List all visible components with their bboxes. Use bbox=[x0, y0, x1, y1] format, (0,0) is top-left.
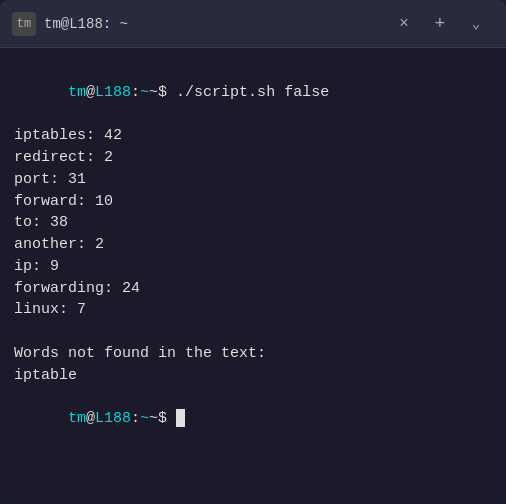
add-tab-button[interactable]: + bbox=[422, 6, 458, 42]
window-title: tm@L188: ~ bbox=[44, 16, 386, 32]
output-words-not-found: Words not found in the text: bbox=[14, 343, 492, 365]
blank-line bbox=[14, 321, 492, 343]
chevron-down-icon[interactable]: ⌄ bbox=[458, 6, 494, 42]
output-redirect: redirect: 2 bbox=[14, 147, 492, 169]
output-ip: ip: 9 bbox=[14, 256, 492, 278]
command-text: ./script.sh false bbox=[167, 84, 329, 101]
output-port: port: 31 bbox=[14, 169, 492, 191]
prompt-dir: ~ bbox=[140, 84, 149, 101]
final-prompt-dir: ~ bbox=[140, 410, 149, 427]
titlebar: tm tm@L188: ~ × + ⌄ bbox=[0, 0, 506, 48]
output-iptable: iptable bbox=[14, 365, 492, 387]
output-to: to: 38 bbox=[14, 212, 492, 234]
output-linux: linux: 7 bbox=[14, 299, 492, 321]
close-button[interactable]: × bbox=[386, 6, 422, 42]
output-forward: forward: 10 bbox=[14, 191, 492, 213]
prompt-host: L188 bbox=[95, 84, 131, 101]
final-prompt-host: L188 bbox=[95, 410, 131, 427]
terminal-body[interactable]: tm@L188:~~$ ./script.sh false iptables: … bbox=[0, 48, 506, 504]
final-prompt-user: tm bbox=[68, 410, 86, 427]
command-line: tm@L188:~~$ ./script.sh false bbox=[14, 60, 492, 125]
terminal-window: tm tm@L188: ~ × + ⌄ tm@L188:~~$ ./script… bbox=[0, 0, 506, 504]
output-forwarding: forwarding: 24 bbox=[14, 278, 492, 300]
cursor bbox=[176, 409, 185, 427]
output-iptables: iptables: 42 bbox=[14, 125, 492, 147]
prompt-user: tm bbox=[68, 84, 86, 101]
final-prompt-line: tm@L188:~~$ bbox=[14, 386, 492, 451]
output-another: another: 2 bbox=[14, 234, 492, 256]
terminal-icon: tm bbox=[12, 12, 36, 36]
